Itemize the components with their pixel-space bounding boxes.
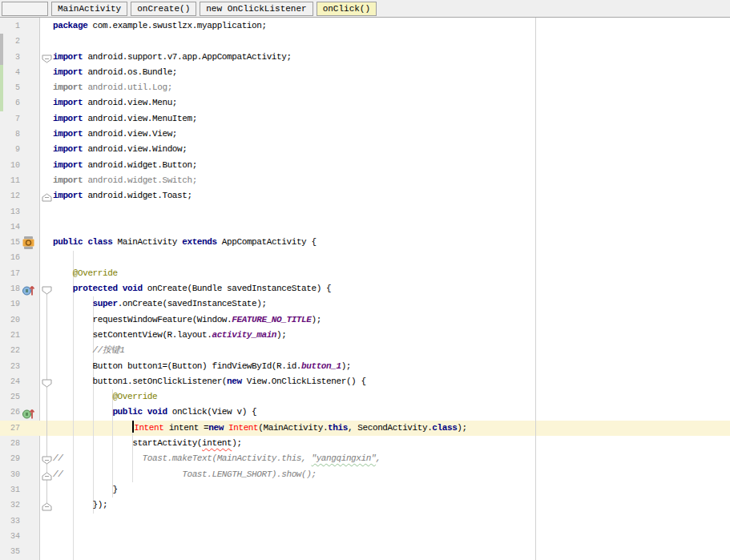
code-line-12[interactable]: 12import android.widget.Toast; bbox=[0, 188, 730, 203]
line-number: 25 bbox=[0, 389, 20, 405]
code-line-2[interactable]: 2 bbox=[0, 34, 730, 49]
code-text: } bbox=[53, 482, 118, 498]
fold-marker-down[interactable] bbox=[42, 53, 52, 62]
line-number: 10 bbox=[0, 158, 20, 173]
code-line-32[interactable]: 32 }); bbox=[0, 498, 730, 513]
code-text: Button button1=(Button) findViewById(R.i… bbox=[53, 359, 351, 374]
code-text: import android.widget.Toast; bbox=[53, 188, 192, 203]
code-line-27[interactable]: 27 Intent intent =new Intent(MainActivit… bbox=[0, 421, 730, 436]
line-number: 30 bbox=[0, 467, 20, 482]
line-number: 31 bbox=[0, 482, 20, 498]
code-line-19[interactable]: 19 super.onCreate(savedInstanceState); bbox=[0, 296, 730, 312]
code-line-28[interactable]: 28 startActivity(intent); bbox=[0, 436, 730, 451]
line-number: 32 bbox=[0, 498, 20, 513]
code-text: // Toast.makeText(MainActivity.this, "ya… bbox=[53, 451, 381, 466]
code-line-35[interactable]: 35 bbox=[0, 544, 730, 559]
line-number: 19 bbox=[0, 296, 20, 312]
code-text: // Toast.LENGTH_SHORT).show(); bbox=[53, 467, 317, 482]
fold-marker-up[interactable] bbox=[42, 191, 52, 200]
line-number: 33 bbox=[0, 514, 20, 529]
code-text: startActivity(intent); bbox=[53, 436, 242, 451]
code-line-4[interactable]: 4import android.os.Bundle; bbox=[0, 65, 730, 80]
code-line-30[interactable]: 30// Toast.LENGTH_SHORT).show(); bbox=[0, 467, 730, 482]
code-line-10[interactable]: 10import android.widget.Button; bbox=[0, 158, 730, 173]
code-line-33[interactable]: 33 bbox=[0, 514, 730, 529]
breadcrumb-item-new-onclicklistener[interactable]: new OnClickListener bbox=[200, 2, 313, 16]
line-number: 9 bbox=[0, 142, 20, 157]
line-number: 34 bbox=[0, 529, 20, 544]
code-line-16[interactable]: 16 bbox=[0, 250, 730, 265]
line-number: 20 bbox=[0, 312, 20, 328]
code-text: }); bbox=[53, 498, 107, 513]
line-number: 3 bbox=[0, 50, 20, 65]
line-number: 21 bbox=[0, 328, 20, 343]
code-line-23[interactable]: 23 Button button1=(Button) findViewById(… bbox=[0, 359, 730, 374]
code-line-18[interactable]: 18 protected void onCreate(Bundle savedI… bbox=[0, 281, 730, 296]
line-number: 26 bbox=[0, 405, 20, 420]
code-line-20[interactable]: 20 requestWindowFeature(Window.FEATURE_N… bbox=[0, 312, 730, 328]
code-line-26[interactable]: 26 public void onClick(View v) { bbox=[0, 405, 730, 420]
code-line-11[interactable]: 11import android.widget.Switch; bbox=[0, 173, 730, 188]
line-number: 15 bbox=[0, 235, 20, 250]
code-text: button1.setOnClickListener(new View.OnCl… bbox=[53, 374, 366, 389]
code-text: public class MainActivity extends AppCom… bbox=[53, 235, 317, 250]
code-line-15[interactable]: 15public class MainActivity extends AppC… bbox=[0, 235, 730, 250]
code-line-7[interactable]: 7import android.view.MenuItem; bbox=[0, 111, 730, 127]
code-text: requestWindowFeature(Window.FEATURE_NO_T… bbox=[53, 312, 321, 328]
code-line-14[interactable]: 14 bbox=[0, 220, 730, 235]
code-line-8[interactable]: 8import android.view.View; bbox=[0, 127, 730, 142]
code-text: //按键1 bbox=[53, 343, 124, 358]
code-editor[interactable]: 1package com.example.swustlzx.myapplicat… bbox=[0, 18, 730, 560]
breadcrumb-bar: MainActivityonCreate()new OnClickListene… bbox=[0, 0, 730, 18]
fold-marker-up[interactable] bbox=[42, 501, 52, 510]
code-line-9[interactable]: 9import android.view.Window; bbox=[0, 142, 730, 157]
code-line-25[interactable]: 25 @Override bbox=[0, 389, 730, 405]
breadcrumb-item-mainactivity[interactable]: MainActivity bbox=[51, 2, 127, 16]
code-text: Intent intent =new Intent(MainActivity.t… bbox=[53, 421, 467, 436]
code-line-13[interactable]: 13 bbox=[0, 204, 730, 220]
code-text: import android.widget.Button; bbox=[53, 158, 197, 173]
breadcrumb: MainActivityonCreate()new OnClickListene… bbox=[0, 0, 730, 17]
overrides-method-icon-green[interactable] bbox=[22, 406, 36, 419]
code-line-34[interactable]: 34 bbox=[0, 529, 730, 544]
line-number: 29 bbox=[0, 451, 20, 466]
line-number: 35 bbox=[0, 544, 20, 559]
line-number: 6 bbox=[0, 95, 20, 111]
code-line-17[interactable]: 17 @Override bbox=[0, 266, 730, 281]
fold-marker-down[interactable] bbox=[42, 284, 52, 293]
line-number: 5 bbox=[0, 80, 20, 95]
class-icon[interactable] bbox=[22, 236, 36, 249]
breadcrumb-item-onclick[interactable]: onClick() bbox=[317, 2, 377, 16]
code-line-6[interactable]: 6import android.view.Menu; bbox=[0, 95, 730, 111]
code-text: @Override bbox=[53, 266, 118, 281]
code-text: setContentView(R.layout.activity_main); bbox=[53, 328, 286, 343]
code-text: super.onCreate(savedInstanceState); bbox=[53, 296, 267, 312]
line-number: 14 bbox=[0, 220, 20, 235]
code-line-22[interactable]: 22 //按键1 bbox=[0, 343, 730, 358]
code-line-31[interactable]: 31 } bbox=[0, 482, 730, 498]
code-text: import android.view.Menu; bbox=[53, 95, 177, 111]
code-line-1[interactable]: 1package com.example.swustlzx.myapplicat… bbox=[0, 18, 730, 34]
code-line-29[interactable]: 29// Toast.makeText(MainActivity.this, "… bbox=[0, 451, 730, 466]
code-line-5[interactable]: 5import android.util.Log; bbox=[0, 80, 730, 95]
breadcrumb-item-oncreate[interactable]: onCreate() bbox=[131, 2, 196, 16]
line-number: 24 bbox=[0, 374, 20, 389]
fold-marker-down[interactable] bbox=[42, 377, 52, 386]
code-text: import android.view.MenuItem; bbox=[53, 111, 197, 127]
code-line-3[interactable]: 3import android.support.v7.app.AppCompat… bbox=[0, 50, 730, 65]
line-number: 27 bbox=[0, 421, 20, 436]
code-text: import android.view.View; bbox=[53, 127, 177, 142]
code-line-21[interactable]: 21 setContentView(R.layout.activity_main… bbox=[0, 328, 730, 343]
line-number: 18 bbox=[0, 281, 20, 296]
code-lines-container: 1package com.example.swustlzx.myapplicat… bbox=[0, 18, 730, 560]
line-number: 13 bbox=[0, 204, 20, 220]
code-text: public void onClick(View v) { bbox=[53, 405, 256, 420]
line-number: 23 bbox=[0, 359, 20, 374]
code-line-24[interactable]: 24 button1.setOnClickListener(new View.O… bbox=[0, 374, 730, 389]
code-text: import android.view.Window; bbox=[53, 142, 187, 157]
line-number: 1 bbox=[0, 18, 20, 34]
fold-marker-down[interactable] bbox=[42, 454, 52, 463]
fold-marker-up[interactable] bbox=[42, 470, 52, 479]
overrides-method-icon-blue[interactable] bbox=[22, 283, 36, 296]
code-text: import android.support.v7.app.AppCompatA… bbox=[53, 50, 292, 65]
